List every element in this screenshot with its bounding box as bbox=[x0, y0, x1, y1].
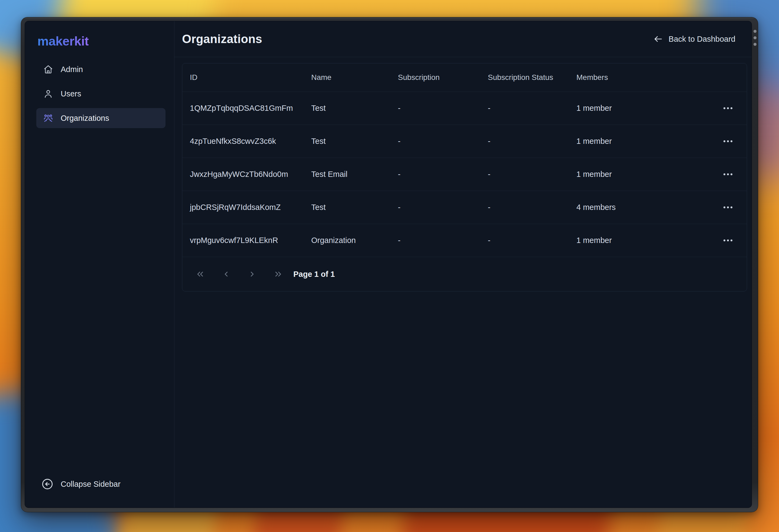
row-actions-button[interactable] bbox=[720, 170, 736, 179]
org-id: 1QMZpTqbqqDSAC81GmFm bbox=[182, 104, 304, 113]
app-window: makerkit Admin Use bbox=[21, 17, 758, 512]
scrollbar-grip[interactable] bbox=[753, 30, 757, 46]
table-row: jpbCRSjRqW7IddsaKomZ Test - - 4 members bbox=[182, 191, 747, 224]
collapse-sidebar-button[interactable]: Collapse Sidebar bbox=[41, 478, 174, 490]
org-name: Test bbox=[304, 203, 390, 212]
collapse-sidebar-label: Collapse Sidebar bbox=[61, 480, 121, 489]
table-row: vrpMguv6cwf7L9KLEknR Organization - - 1 … bbox=[182, 224, 747, 257]
page-header: Organizations Back to Dashboard bbox=[174, 21, 752, 57]
app-logo: makerkit bbox=[38, 34, 88, 49]
org-id: 4zpTueNfkxS8cwvZ3c6k bbox=[182, 137, 304, 146]
column-header-name: Name bbox=[304, 73, 390, 82]
org-name: Test Email bbox=[304, 170, 390, 179]
org-subscription: - bbox=[390, 137, 480, 146]
column-header-subscription: Subscription bbox=[390, 73, 480, 82]
org-name: Organization bbox=[304, 236, 390, 245]
org-subscription-status: - bbox=[480, 104, 569, 113]
table-row: 1QMZpTqbqqDSAC81GmFm Test - - 1 member bbox=[182, 92, 747, 125]
first-page-button[interactable] bbox=[194, 268, 206, 280]
row-actions-button[interactable] bbox=[720, 104, 736, 113]
org-members: 1 member bbox=[569, 236, 709, 245]
org-subscription-status: - bbox=[480, 170, 569, 179]
org-id: vrpMguv6cwf7L9KLEknR bbox=[182, 236, 304, 245]
arrow-left-icon bbox=[653, 34, 663, 44]
org-members: 4 members bbox=[569, 203, 709, 212]
table-pagination: Page 1 of 1 bbox=[182, 257, 747, 291]
org-subscription-status: - bbox=[480, 137, 569, 146]
back-to-dashboard-label: Back to Dashboard bbox=[668, 35, 735, 44]
sidebar-item-label: Admin bbox=[61, 65, 83, 74]
org-members: 1 member bbox=[569, 170, 709, 179]
circle-arrow-left-icon bbox=[41, 478, 54, 490]
org-subscription: - bbox=[390, 203, 480, 212]
org-members: 1 member bbox=[569, 104, 709, 113]
back-to-dashboard-link[interactable]: Back to Dashboard bbox=[653, 34, 735, 44]
column-header-id: ID bbox=[182, 73, 304, 82]
page-title: Organizations bbox=[182, 32, 262, 46]
sidebar-item-organizations[interactable]: Organizations bbox=[36, 108, 166, 128]
chevrons-right-icon bbox=[273, 269, 283, 279]
chevron-right-icon bbox=[247, 269, 257, 279]
sidebar-item-users[interactable]: Users bbox=[36, 84, 166, 104]
sidebar-nav: Admin Users bbox=[25, 59, 174, 128]
app-content: makerkit Admin Use bbox=[25, 21, 752, 508]
org-members: 1 member bbox=[569, 137, 709, 146]
org-subscription: - bbox=[390, 104, 480, 113]
organizations-table-card: ID Name Subscription Subscription Status… bbox=[182, 63, 747, 291]
page-indicator: Page 1 of 1 bbox=[293, 270, 335, 279]
main-body: ID Name Subscription Subscription Status… bbox=[174, 57, 752, 508]
sidebar-spacer bbox=[25, 128, 174, 478]
org-subscription-status: - bbox=[480, 236, 569, 245]
org-id: JwxzHgaMyWCzTb6Ndo0m bbox=[182, 170, 304, 179]
last-page-button[interactable] bbox=[272, 268, 284, 280]
sidebar-item-label: Users bbox=[61, 90, 81, 98]
user-icon bbox=[43, 89, 53, 99]
table-row: 4zpTueNfkxS8cwvZ3c6k Test - - 1 member bbox=[182, 125, 747, 158]
table-header-row: ID Name Subscription Subscription Status… bbox=[182, 63, 747, 92]
sidebar-item-label: Organizations bbox=[61, 114, 109, 123]
chevrons-left-icon bbox=[195, 269, 205, 279]
org-subscription: - bbox=[390, 236, 480, 245]
row-actions-button[interactable] bbox=[720, 136, 736, 146]
previous-page-button[interactable] bbox=[220, 268, 232, 280]
org-name: Test bbox=[304, 104, 390, 113]
org-subscription-status: - bbox=[480, 203, 569, 212]
sidebar-item-admin[interactable]: Admin bbox=[36, 59, 166, 79]
users-group-icon bbox=[43, 113, 53, 123]
home-icon bbox=[43, 64, 53, 74]
org-name: Test bbox=[304, 137, 390, 146]
column-header-subscription-status: Subscription Status bbox=[480, 73, 569, 82]
next-page-button[interactable] bbox=[246, 268, 258, 280]
column-header-members: Members bbox=[569, 73, 709, 82]
sidebar: makerkit Admin Use bbox=[25, 21, 174, 508]
org-id: jpbCRSjRqW7IddsaKomZ bbox=[182, 203, 304, 212]
org-subscription: - bbox=[390, 170, 480, 179]
chevron-left-icon bbox=[221, 269, 231, 279]
table-row: JwxzHgaMyWCzTb6Ndo0m Test Email - - 1 me… bbox=[182, 158, 747, 191]
main-area: Organizations Back to Dashboard ID Name bbox=[174, 21, 752, 508]
row-actions-button[interactable] bbox=[720, 236, 736, 245]
row-actions-button[interactable] bbox=[720, 202, 736, 212]
